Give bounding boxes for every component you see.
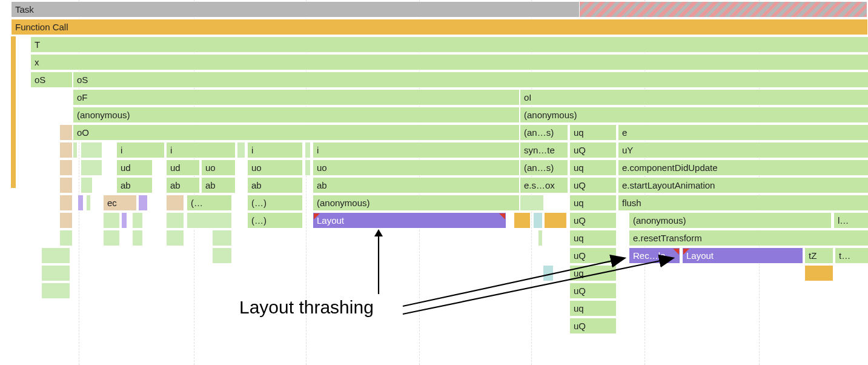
frame-ab-3[interactable]: ab bbox=[201, 177, 236, 193]
stub-7[interactable] bbox=[81, 177, 93, 193]
frame-anon-2[interactable]: (anonymous) bbox=[520, 107, 868, 123]
frame-ab-4[interactable]: ab bbox=[247, 177, 303, 193]
stub-purple-3[interactable] bbox=[121, 212, 127, 229]
stub-1[interactable] bbox=[73, 142, 78, 158]
frame-anon-4[interactable]: (anonymous) bbox=[629, 212, 832, 229]
frame-anon-1[interactable]: (anonymous) bbox=[73, 107, 520, 123]
stub-orange-2[interactable] bbox=[544, 212, 567, 229]
frame-uq-6[interactable]: uq bbox=[569, 300, 617, 316]
stub-9[interactable] bbox=[520, 195, 544, 211]
frame-ab-5[interactable]: ab bbox=[313, 177, 520, 193]
stub-10[interactable] bbox=[103, 212, 120, 229]
frame-layout-1[interactable]: Layout bbox=[313, 212, 506, 229]
frame-tZ[interactable]: tZ bbox=[804, 247, 833, 264]
frame-uQ-5[interactable]: uQ bbox=[569, 283, 617, 299]
frame-uo-1[interactable]: uo bbox=[201, 159, 236, 176]
stub-21[interactable] bbox=[41, 265, 70, 281]
frame-uq-2[interactable]: uq bbox=[569, 159, 617, 176]
stub-11[interactable] bbox=[132, 212, 143, 229]
frame-layout-2[interactable]: Layout bbox=[682, 247, 803, 264]
frame-uQ-1[interactable]: uQ bbox=[569, 142, 617, 158]
stub-6[interactable] bbox=[305, 159, 311, 176]
stub-4[interactable] bbox=[305, 142, 311, 158]
frame-T[interactable]: T bbox=[30, 36, 868, 53]
frame-componentDidUpdate[interactable]: e.componentDidUpdate bbox=[618, 159, 868, 176]
frame-ab-2[interactable]: ab bbox=[166, 177, 200, 193]
frame-uQ-3[interactable]: uQ bbox=[569, 212, 617, 229]
stub-cyan-3[interactable] bbox=[543, 265, 554, 281]
stub-3[interactable] bbox=[237, 142, 245, 158]
stub-20[interactable] bbox=[212, 247, 232, 264]
frame-misc-3[interactable] bbox=[59, 159, 73, 176]
frame-uo-2[interactable]: uo bbox=[247, 159, 303, 176]
stub-tan-1[interactable] bbox=[166, 195, 184, 211]
frame-t[interactable]: t… bbox=[835, 247, 868, 264]
frame-uq-3[interactable]: uq bbox=[569, 195, 617, 211]
frame-recalc-style[interactable]: Rec…le bbox=[629, 247, 680, 264]
task-overrun-hatch bbox=[579, 1, 867, 18]
frame-ans-1[interactable]: (an…s) bbox=[520, 124, 568, 141]
frame-e[interactable]: e bbox=[618, 124, 868, 141]
frame-flush[interactable]: flush bbox=[618, 195, 868, 211]
frame-misc-4[interactable] bbox=[59, 177, 73, 193]
stub-22[interactable] bbox=[41, 283, 70, 299]
frame-startLayoutAnimation[interactable]: e.startLayoutAnimation bbox=[618, 177, 868, 193]
frame-i-2[interactable]: i bbox=[166, 142, 236, 158]
frame-paren-3[interactable]: (…) bbox=[247, 212, 303, 229]
frame-ec[interactable]: ec bbox=[103, 195, 137, 211]
frame-paren-2[interactable]: (…) bbox=[247, 195, 303, 211]
frame-uY[interactable]: uY bbox=[618, 142, 868, 158]
stub-cyan-1[interactable] bbox=[533, 212, 543, 229]
stub-19[interactable] bbox=[41, 247, 70, 264]
stub-18[interactable] bbox=[212, 230, 232, 246]
frame-ab-1[interactable]: ab bbox=[116, 177, 153, 193]
task-label: Task bbox=[15, 4, 34, 15]
frame-i-4[interactable]: i bbox=[313, 142, 520, 158]
frame-oS-1[interactable]: oS bbox=[30, 72, 73, 88]
stub-17[interactable] bbox=[166, 230, 184, 246]
frame-misc-2[interactable] bbox=[59, 142, 73, 158]
function-call-bar[interactable]: Function Call bbox=[11, 19, 868, 35]
frame-misc-1[interactable] bbox=[59, 124, 73, 141]
frame-misc-5[interactable] bbox=[59, 195, 73, 211]
stub-cyan-2[interactable] bbox=[538, 230, 543, 246]
frame-uQ-6[interactable]: uQ bbox=[569, 318, 617, 334]
stub-14[interactable] bbox=[59, 230, 73, 246]
frame-ud-2[interactable]: ud bbox=[166, 159, 200, 176]
frame-i-1[interactable]: i bbox=[116, 142, 165, 158]
stub-13[interactable] bbox=[187, 212, 232, 229]
frame-resetTransform[interactable]: e.resetTransform bbox=[629, 230, 868, 246]
stub-2[interactable] bbox=[81, 142, 102, 158]
frame-uQ-2[interactable]: uQ bbox=[569, 177, 617, 193]
frame-uQ-4[interactable]: uQ bbox=[569, 247, 617, 264]
stub-15[interactable] bbox=[103, 230, 120, 246]
frame-x[interactable]: x bbox=[30, 54, 868, 70]
stub-purple-2[interactable] bbox=[138, 195, 148, 211]
frame-uq-4[interactable]: uq bbox=[569, 230, 617, 246]
frame-synte[interactable]: syn…te bbox=[520, 142, 568, 158]
frame-ud-1[interactable]: ud bbox=[116, 159, 153, 176]
frame-misc-6[interactable] bbox=[59, 212, 73, 229]
stub-orange-3[interactable] bbox=[804, 265, 833, 281]
stub-purple-1[interactable] bbox=[78, 195, 84, 211]
stub-5[interactable] bbox=[81, 159, 102, 176]
frame-oI[interactable]: oI bbox=[520, 89, 868, 105]
frame-paren-1[interactable]: (… bbox=[187, 195, 232, 211]
stub-12[interactable] bbox=[166, 212, 184, 229]
frame-uo-3[interactable]: uo bbox=[313, 159, 520, 176]
frame-ans-2[interactable]: (an…s) bbox=[520, 159, 568, 176]
frame-uq-5[interactable]: uq bbox=[569, 265, 617, 281]
frame-l-trunc[interactable]: l… bbox=[833, 212, 868, 229]
frame-oF[interactable]: oF bbox=[73, 89, 520, 105]
frame-uq-1[interactable]: uq bbox=[569, 124, 617, 141]
annotation-label: Layout thrashing bbox=[239, 297, 374, 318]
frame-i-3[interactable]: i bbox=[247, 142, 303, 158]
frame-esox[interactable]: e.s…ox bbox=[520, 177, 568, 193]
frame-oO[interactable]: oO bbox=[73, 124, 520, 141]
flame-chart[interactable]: Task Function Call T x oS oS oF oI (anon… bbox=[0, 0, 868, 365]
frame-oS-2[interactable]: oS bbox=[73, 72, 868, 88]
stub-8[interactable] bbox=[86, 195, 91, 211]
stub-orange-1[interactable] bbox=[514, 212, 531, 229]
stub-16[interactable] bbox=[132, 230, 143, 246]
frame-anon-3[interactable]: (anonymous) bbox=[313, 195, 520, 211]
